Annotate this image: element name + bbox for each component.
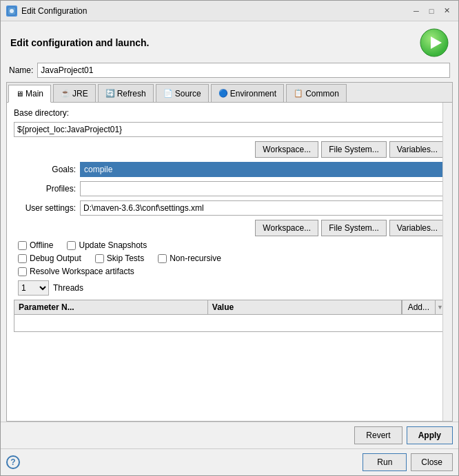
window-icon xyxy=(6,6,17,17)
user-settings-label: User settings: xyxy=(14,203,76,213)
jre-tab-icon: ☕ xyxy=(61,89,70,98)
tab-content-main: Base directory: Workspace... File System… xyxy=(7,103,452,421)
update-snapshots-checkbox-item[interactable]: Update Snapshots xyxy=(67,240,147,250)
base-directory-input[interactable] xyxy=(14,122,445,137)
variables-button-2[interactable]: Variables... xyxy=(389,220,445,236)
name-input[interactable] xyxy=(37,63,450,78)
profiles-label: Profiles: xyxy=(14,184,76,194)
table-col-value: Value xyxy=(208,300,402,314)
skip-tests-checkbox-item[interactable]: Skip Tests xyxy=(95,253,144,263)
debug-output-checkbox-item[interactable]: Debug Output xyxy=(18,253,81,263)
window-title: Edit Configuration xyxy=(21,6,87,16)
profiles-row: Profiles: xyxy=(14,181,445,196)
name-label: Name: xyxy=(9,65,33,75)
table-header: Parameter N... Value Add... ▼ xyxy=(14,300,445,315)
offline-label: Offline xyxy=(30,240,53,250)
variables-button-1[interactable]: Variables... xyxy=(389,141,445,158)
source-tab-icon: 📄 xyxy=(163,89,173,98)
debug-output-checkbox[interactable] xyxy=(18,254,27,263)
threads-row: 1 2 4 Threads xyxy=(14,280,445,296)
name-row: Name: xyxy=(6,63,453,78)
run-icon xyxy=(420,28,449,57)
tab-source-label: Source xyxy=(175,89,201,99)
user-settings-buttons: Workspace... File System... Variables... xyxy=(14,220,445,236)
threads-select[interactable]: 1 2 4 xyxy=(18,280,49,296)
parameter-table: Parameter N... Value Add... ▼ xyxy=(14,300,445,332)
tab-environment-label: Environment xyxy=(230,89,276,99)
tab-common[interactable]: 📋 Common xyxy=(286,84,347,102)
skip-tests-label: Skip Tests xyxy=(107,253,144,263)
footer-right: Run Close xyxy=(363,453,453,471)
non-recursive-checkbox-item[interactable]: Non-recursive xyxy=(158,253,221,263)
svg-point-1 xyxy=(10,9,14,13)
checkbox-row-2: Debug Output Skip Tests Non-recursive xyxy=(18,253,445,263)
tabs-bar: 🖥 Main ☕ JRE 🔄 Refresh 📄 Source 🔵 xyxy=(7,83,452,103)
base-directory-buttons: Workspace... File System... Variables... xyxy=(14,141,445,158)
main-window: Edit Configuration ─ □ ✕ Edit configurat… xyxy=(0,0,459,476)
resolve-checkbox[interactable] xyxy=(18,267,27,276)
window-header: Edit configuration and launch. xyxy=(1,21,458,63)
base-directory-label: Base directory: xyxy=(14,108,69,118)
update-snapshots-checkbox[interactable] xyxy=(67,241,76,250)
user-settings-row: User settings: xyxy=(14,200,445,216)
titlebar: Edit Configuration ─ □ ✕ xyxy=(1,1,458,21)
goals-input[interactable] xyxy=(80,162,445,177)
scrollbar-right[interactable] xyxy=(442,103,452,421)
footer: ? Run Close xyxy=(1,448,458,475)
close-button[interactable]: ✕ xyxy=(440,5,453,17)
apply-button[interactable]: Apply xyxy=(407,426,453,444)
non-recursive-checkbox[interactable] xyxy=(158,254,167,263)
maximize-button[interactable]: □ xyxy=(425,5,438,17)
workspace-button-2[interactable]: Workspace... xyxy=(255,220,318,236)
user-settings-input[interactable] xyxy=(80,200,445,216)
main-tab-icon: 🖥 xyxy=(16,90,23,98)
tab-main[interactable]: 🖥 Main xyxy=(8,85,51,103)
base-directory-section: Base directory: xyxy=(14,108,445,118)
tab-source[interactable]: 📄 Source xyxy=(156,84,209,102)
workspace-button-1[interactable]: Workspace... xyxy=(255,141,318,158)
tab-environment[interactable]: 🔵 Environment xyxy=(211,84,284,102)
environment-tab-icon: 🔵 xyxy=(218,89,228,98)
goals-label: Goals: xyxy=(14,165,76,174)
checkbox-row-1: Offline Update Snapshots xyxy=(18,240,445,250)
common-tab-icon: 📋 xyxy=(294,89,303,98)
table-body xyxy=(14,315,445,331)
debug-output-label: Debug Output xyxy=(30,253,81,263)
skip-tests-checkbox[interactable] xyxy=(95,254,104,263)
add-button[interactable]: Add... xyxy=(402,300,435,314)
tab-jre-label: JRE xyxy=(72,89,88,99)
run-button[interactable]: Run xyxy=(363,453,407,471)
tab-main-label: Main xyxy=(26,89,43,99)
refresh-tab-icon: 🔄 xyxy=(105,89,115,98)
table-col-param: Parameter N... xyxy=(14,300,208,314)
help-icon[interactable]: ? xyxy=(6,455,20,469)
offline-checkbox-item[interactable]: Offline xyxy=(18,240,53,250)
resolve-checkbox-item[interactable]: Resolve Workspace artifacts xyxy=(18,267,134,276)
titlebar-left: Edit Configuration xyxy=(6,6,87,17)
bottom-buttons: Revert Apply xyxy=(1,422,458,448)
offline-checkbox[interactable] xyxy=(18,241,27,250)
close-window-button[interactable]: Close xyxy=(411,453,453,471)
tabs-panel: 🖥 Main ☕ JRE 🔄 Refresh 📄 Source 🔵 xyxy=(6,82,453,422)
profiles-input[interactable] xyxy=(80,181,445,196)
goals-row: Goals: xyxy=(14,162,445,177)
revert-button[interactable]: Revert xyxy=(354,426,402,444)
checkboxes-section: Offline Update Snapshots Debug Output xyxy=(14,240,445,276)
non-recursive-label: Non-recursive xyxy=(170,253,221,263)
resolve-label: Resolve Workspace artifacts xyxy=(30,267,134,276)
filesystem-button-1[interactable]: File System... xyxy=(321,141,387,158)
header-text: Edit configuration and launch. xyxy=(10,37,149,48)
content-area: Name: 🖥 Main ☕ JRE 🔄 Refresh 📄 xyxy=(1,63,458,422)
minimize-button[interactable]: ─ xyxy=(410,5,422,17)
tab-common-label: Common xyxy=(305,89,339,99)
threads-label: Threads xyxy=(53,283,83,293)
titlebar-controls: ─ □ ✕ xyxy=(410,5,453,17)
checkbox-row-3: Resolve Workspace artifacts xyxy=(18,267,445,276)
tab-refresh-label: Refresh xyxy=(117,89,146,99)
tab-refresh[interactable]: 🔄 Refresh xyxy=(98,84,154,102)
update-snapshots-label: Update Snapshots xyxy=(79,240,147,250)
filesystem-button-2[interactable]: File System... xyxy=(321,220,387,236)
tab-jre[interactable]: ☕ JRE xyxy=(53,84,96,102)
